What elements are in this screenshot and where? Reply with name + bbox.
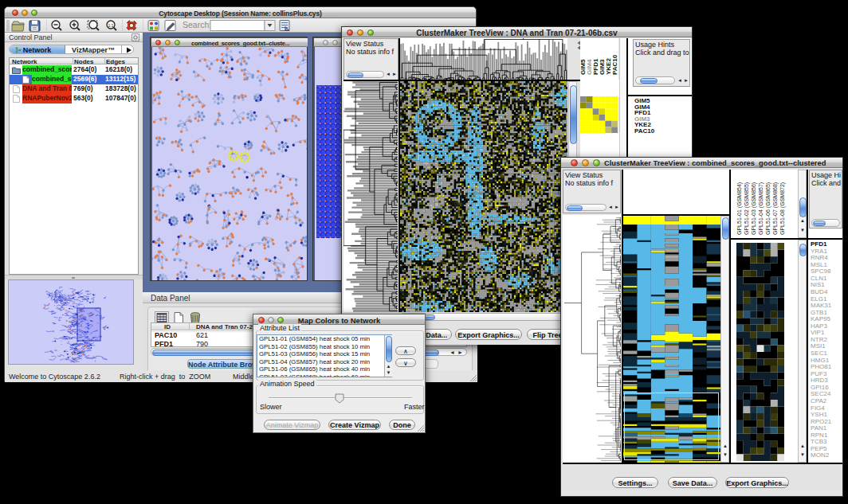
svg-text:Search:: Search: (183, 20, 211, 29)
svg-text:1:1: 1:1 (108, 23, 114, 28)
